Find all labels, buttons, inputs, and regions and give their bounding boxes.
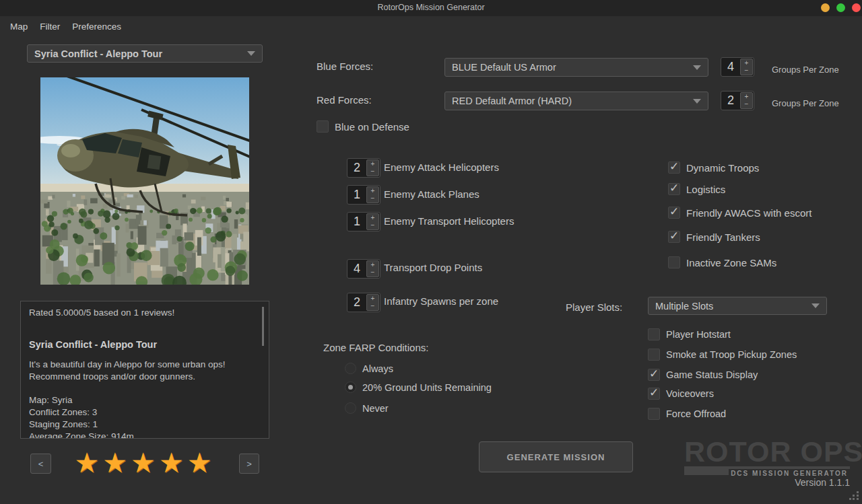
prev-mission-button[interactable]: < <box>30 454 51 474</box>
checkbox-force-offroad[interactable]: Force Offroad <box>648 408 726 420</box>
close-button[interactable] <box>852 3 861 12</box>
menu-filter[interactable]: Filter <box>34 19 66 36</box>
checkbox-game-status-display[interactable]: Game Status Display <box>648 369 758 381</box>
checkbox[interactable] <box>648 328 660 340</box>
rotorops-logo: ROTOR OPS DCS MISSION GENERATOR Version … <box>684 437 850 488</box>
star-icon[interactable]: ★ <box>159 447 187 478</box>
resize-grip[interactable] <box>849 491 859 501</box>
star-rating[interactable]: ★★★★★ <box>71 448 219 478</box>
radio-button[interactable] <box>345 363 356 374</box>
red-groups-label: Groups Per Zone <box>772 98 839 108</box>
star-icon[interactable]: ★ <box>75 447 103 478</box>
red-groups-spinner[interactable]: 2 +− <box>721 91 754 110</box>
increment-button[interactable]: + <box>367 187 378 195</box>
radio-button[interactable] <box>345 382 356 393</box>
blue-groups-spinner[interactable]: 4 +− <box>721 57 754 77</box>
checkbox-dynamic-troops[interactable]: Dynamic Troops <box>668 161 759 174</box>
chevron-down-icon <box>693 99 701 104</box>
enemy-transport-helicopters-spinner[interactable]: 1 +− <box>347 212 380 231</box>
red-forces-label: Red Forces: <box>317 94 372 106</box>
checkbox-blue-on-defense[interactable]: Blue on Defense <box>317 120 409 133</box>
checkbox-logistics[interactable]: Logistics <box>668 183 725 195</box>
next-mission-button[interactable]: > <box>239 454 259 474</box>
checkbox[interactable] <box>648 369 660 381</box>
mission-title: Syria Conflict - Aleppo Tour <box>29 338 261 351</box>
menubar: Map Filter Preferences <box>0 19 127 36</box>
player-slots-label: Player Slots: <box>566 301 622 313</box>
checkbox[interactable] <box>648 408 660 420</box>
radio-button[interactable] <box>345 402 356 414</box>
chevron-down-icon <box>247 51 255 56</box>
checkbox[interactable] <box>648 388 660 400</box>
checkbox-smoke-at-pickup[interactable]: Smoke at Troop Pickup Zones <box>648 349 797 361</box>
checkbox[interactable] <box>668 231 680 243</box>
checkbox[interactable] <box>668 183 680 195</box>
infantry-spawns-label: Infantry Spawns per zone <box>384 295 498 307</box>
decrement-button[interactable]: − <box>367 168 378 176</box>
player-slots-select[interactable]: Multiple Slots <box>648 297 827 315</box>
mission-description: It's a beautiful day in Aleppo for some … <box>29 359 251 383</box>
rotorops-window: RotorOps Mission Generator Map Filter Pr… <box>0 0 862 504</box>
minimize-button[interactable] <box>821 3 830 12</box>
generate-mission-button[interactable]: GENERATE MISSION <box>479 441 633 472</box>
checkbox[interactable] <box>668 207 680 219</box>
infantry-spawns-spinner[interactable]: 2 +− <box>347 293 380 312</box>
blue-forces-select[interactable]: BLUE Default US Armor <box>444 58 708 77</box>
checkbox[interactable] <box>317 120 329 133</box>
chevron-down-icon <box>811 303 820 308</box>
checkbox[interactable] <box>648 349 660 361</box>
star-icon[interactable]: ★ <box>102 447 131 478</box>
decrement-button[interactable]: − <box>741 101 752 109</box>
checkbox-voiceovers[interactable]: Voiceovers <box>648 388 714 400</box>
transport-drop-points-spinner[interactable]: 4 +− <box>347 259 380 279</box>
blue-groups-label: Groups Per Zone <box>772 65 839 75</box>
rating-text: Rated 5.0000/5 based on 1 reviews! <box>29 307 261 319</box>
transport-drop-points-label: Transport Drop Points <box>384 262 482 273</box>
radio-20-percent-remaining[interactable]: 20% Ground Units Remaining <box>345 382 492 393</box>
increment-button[interactable]: + <box>367 214 378 222</box>
checkbox-friendly-tankers[interactable]: Friendly Tankers <box>668 231 760 243</box>
enemy-attack-helicopters-spinner[interactable]: 2 +− <box>347 158 380 178</box>
radio-never[interactable]: Never <box>345 402 389 414</box>
blue-forces-label: Blue Forces: <box>317 61 373 72</box>
mission-select[interactable]: Syria Conflict - Aleppo Tour <box>27 44 263 63</box>
enemy-attack-planes-label: Enemy Attack Planes <box>384 188 479 200</box>
zone-farp-conditions-label: Zone FARP Conditions: <box>323 342 428 353</box>
detail-map: Map: Syria <box>29 394 261 406</box>
titlebar[interactable]: RotorOps Mission Generator <box>0 0 862 16</box>
star-icon[interactable]: ★ <box>131 447 159 478</box>
decrement-button[interactable]: − <box>367 195 378 203</box>
detail-conflict-zones: Conflict Zones: 3 <box>29 406 261 419</box>
increment-button[interactable]: + <box>741 59 752 67</box>
checkbox[interactable] <box>668 161 680 174</box>
menu-map[interactable]: Map <box>4 19 34 36</box>
checkbox-friendly-awacs[interactable]: Friendly AWACS with escort <box>668 207 811 219</box>
increment-button[interactable]: + <box>741 93 752 101</box>
enemy-transport-helicopters-label: Enemy Transport Helicopters <box>384 215 514 227</box>
decrement-button[interactable]: − <box>741 67 752 75</box>
decrement-button[interactable]: − <box>367 269 378 277</box>
detail-zone-size: Average Zone Size: 914m <box>29 431 261 439</box>
window-title: RotorOps Mission Generator <box>0 3 862 12</box>
version-text: Version 1.1.1 <box>684 477 850 488</box>
mission-select-value: Syria Conflict - Aleppo Tour <box>34 48 242 59</box>
menu-preferences[interactable]: Preferences <box>66 19 127 36</box>
increment-button[interactable]: + <box>367 295 378 303</box>
checkbox-inactive-zone-sams[interactable]: Inactive Zone SAMs <box>668 256 776 268</box>
scrollbar-thumb[interactable] <box>262 307 264 346</box>
enemy-attack-planes-spinner[interactable]: 1 +− <box>347 185 380 205</box>
star-icon[interactable]: ★ <box>187 447 216 478</box>
checkbox-player-hotstart[interactable]: Player Hotstart <box>648 328 731 340</box>
decrement-button[interactable]: − <box>367 222 378 230</box>
radio-always[interactable]: Always <box>345 363 393 374</box>
mission-description-panel[interactable]: Rated 5.0000/5 based on 1 reviews! Syria… <box>20 301 269 439</box>
detail-staging-zones: Staging Zones: 1 <box>29 419 261 431</box>
increment-button[interactable]: + <box>367 261 378 269</box>
increment-button[interactable]: + <box>367 160 378 168</box>
maximize-button[interactable] <box>836 3 845 12</box>
red-forces-select[interactable]: RED Default Armor (HARD) <box>444 92 708 110</box>
mission-preview-image <box>40 77 249 285</box>
logo-text: ROTOR OPS <box>684 437 850 466</box>
decrement-button[interactable]: − <box>367 303 378 311</box>
checkbox[interactable] <box>668 256 680 268</box>
